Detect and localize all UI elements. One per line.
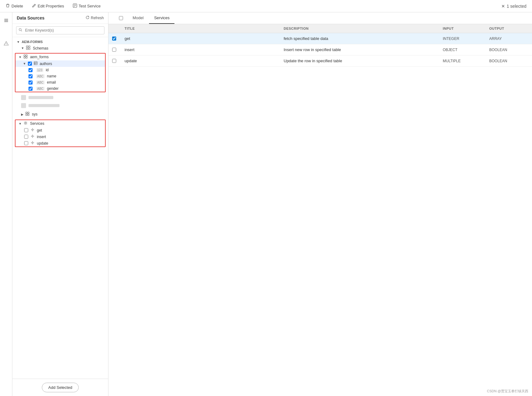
table-header: TITLE DESCRIPTION INPUT OUTPUT <box>108 24 532 33</box>
menu-icon-button[interactable] <box>1 15 11 25</box>
tab-model[interactable]: Model <box>128 12 148 24</box>
left-panel-header: Data Sources Refresh <box>12 12 108 24</box>
insert-service-label: insert <box>37 135 46 139</box>
authors-checkbox[interactable] <box>28 62 32 66</box>
sys-chevron[interactable]: ▶ <box>21 113 24 116</box>
field-gender[interactable]: ABC gender <box>15 85 105 92</box>
select-all-checkbox[interactable] <box>119 16 123 20</box>
right-panel-tabs: Model Services <box>108 12 532 24</box>
services-label: Services <box>30 121 44 126</box>
svg-rect-13 <box>26 114 27 115</box>
svg-point-18 <box>32 142 33 143</box>
row-insert-description: Insert new row in specified table <box>280 44 439 55</box>
delete-button[interactable]: Delete <box>4 2 25 10</box>
refresh-icon <box>86 15 90 20</box>
service-get[interactable]: get <box>15 127 105 133</box>
right-panel: Model Services TITLE DESCRIPTION INPUT O… <box>108 12 532 396</box>
group-aem-forms[interactable]: ▼ AEM-FORMS <box>12 39 108 45</box>
services-chevron[interactable]: ▼ <box>19 122 22 125</box>
aem-forms-schema[interactable]: ▼ aem_forms <box>15 54 105 60</box>
row-get-input: INTEGER <box>439 33 486 44</box>
selected-count-area: ✕ 1 selected <box>499 2 528 10</box>
email-checkbox[interactable] <box>29 81 33 85</box>
svg-rect-12 <box>28 112 29 114</box>
close-selected-button[interactable]: ✕ 1 selected <box>499 2 528 10</box>
svg-rect-5 <box>29 48 30 50</box>
authors-chevron[interactable]: ▼ <box>23 62 26 65</box>
update-service-checkbox[interactable] <box>24 141 28 145</box>
aem-forms-tree-box: ▼ aem_forms ▼ <box>15 53 106 92</box>
insert-service-icon <box>31 134 34 139</box>
test-service-label: Test Service <box>79 4 101 8</box>
row-update-check[interactable] <box>108 56 121 66</box>
services-tab-label: Services <box>154 15 169 20</box>
id-checkbox[interactable] <box>29 68 33 72</box>
main-layout: Data Sources Refresh <box>0 12 532 396</box>
gender-checkbox[interactable] <box>29 87 33 91</box>
sys-item[interactable]: ▶ sys <box>12 111 108 118</box>
services-gear-icon <box>24 121 28 126</box>
search-box <box>12 24 108 37</box>
svg-rect-9 <box>26 57 27 58</box>
row-insert-input: OBJECT <box>439 45 486 55</box>
field-id[interactable]: 123 id <box>15 67 105 73</box>
get-service-label: get <box>37 128 42 133</box>
services-header[interactable]: ▼ Services <box>15 120 105 127</box>
table-icon <box>34 61 37 66</box>
email-label: email <box>47 80 56 85</box>
field-type-badge-name: ABC <box>36 74 45 78</box>
tab-services[interactable]: Services <box>149 12 174 24</box>
col-header-title: TITLE <box>121 24 280 33</box>
row-insert-checkbox[interactable] <box>112 48 116 52</box>
field-name[interactable]: ABC name <box>15 73 105 79</box>
blurred-row-2 <box>12 102 108 110</box>
schemas-label: Schemas <box>33 46 48 50</box>
service-insert[interactable]: insert <box>15 133 105 140</box>
selected-count-label: 1 selected <box>507 4 526 9</box>
schema-grid-icon <box>24 54 28 59</box>
data-sources-title: Data Sources <box>17 15 44 20</box>
data-table: TITLE DESCRIPTION INPUT OUTPUT get fetch… <box>108 24 532 396</box>
field-email[interactable]: ABC email <box>15 79 105 85</box>
authors-item[interactable]: ▼ authors <box>15 60 105 67</box>
add-selected-label: Add Selected <box>48 385 72 390</box>
schemas-chevron[interactable]: ▼ <box>21 46 24 50</box>
icon-bar <box>0 12 12 396</box>
row-update-output: BOOLEAN <box>486 56 532 66</box>
aem-forms-schema-chevron[interactable]: ▼ <box>19 55 22 59</box>
row-update-input: MULTIPLE <box>439 56 486 66</box>
row-insert-check[interactable] <box>108 45 121 55</box>
svg-rect-3 <box>29 46 30 47</box>
insert-service-checkbox[interactable] <box>24 135 28 139</box>
field-type-badge-id: 123 <box>36 68 43 72</box>
row-get-check[interactable] <box>108 33 121 44</box>
add-selected-button[interactable]: Add Selected <box>42 383 79 392</box>
aem-forms-chevron[interactable]: ▼ <box>17 40 20 44</box>
row-get-output: ARRAY <box>486 33 532 44</box>
test-service-button[interactable]: Test Service <box>71 2 103 10</box>
row-get-checkbox[interactable] <box>112 37 116 41</box>
edit-icon <box>32 3 36 9</box>
field-type-badge-email: ABC <box>36 81 45 85</box>
refresh-button[interactable]: Refresh <box>86 15 104 20</box>
svg-rect-14 <box>28 114 29 115</box>
service-update[interactable]: update <box>15 140 105 146</box>
row-update-title: update <box>121 55 280 66</box>
field-type-badge-gender: ABC <box>36 87 45 91</box>
schemas-item[interactable]: ▼ Schemas <box>12 45 108 52</box>
col-header-input: INPUT <box>439 24 486 33</box>
update-service-icon <box>31 141 34 146</box>
svg-point-16 <box>32 129 33 130</box>
get-service-checkbox[interactable] <box>24 128 28 132</box>
col-header-output: OUTPUT <box>486 24 532 33</box>
row-update-checkbox[interactable] <box>112 59 116 63</box>
bottom-bar: Add Selected <box>12 379 108 396</box>
warning-icon-button[interactable] <box>1 38 11 48</box>
search-input[interactable] <box>16 26 104 34</box>
id-label: id <box>46 68 49 72</box>
edit-properties-button[interactable]: Edit Properties <box>30 2 66 10</box>
sys-label: sys <box>32 112 37 116</box>
name-checkbox[interactable] <box>29 74 33 78</box>
svg-rect-11 <box>26 112 27 114</box>
table-row: update Update the row in specified table… <box>108 55 532 67</box>
